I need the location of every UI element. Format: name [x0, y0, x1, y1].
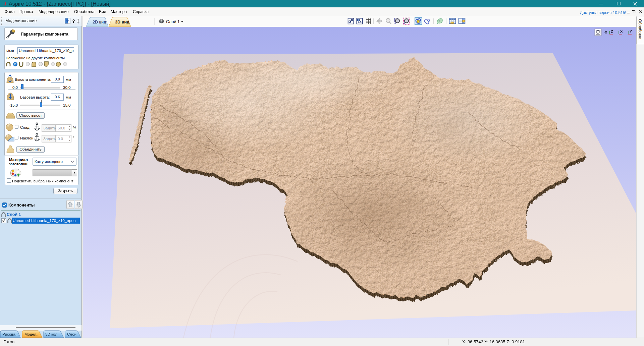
svg-text:Слой 1: Слой 1	[166, 19, 180, 24]
svg-text:Y: Y	[630, 30, 632, 34]
svg-text:?: ?	[72, 18, 75, 24]
svg-text:Слои: Слои	[67, 332, 76, 336]
svg-text:⇵: ⇵	[604, 30, 607, 34]
svg-text:Рисова...: Рисова...	[2, 332, 18, 336]
svg-text:2D вид: 2D вид	[93, 20, 106, 24]
svg-text:3D кол...: 3D кол...	[45, 332, 61, 336]
svg-text:X: X	[620, 30, 623, 34]
svg-text:3D вид: 3D вид	[115, 20, 129, 24]
svg-text:Модел...: Модел...	[24, 332, 40, 336]
svg-text:Z: Z	[611, 30, 613, 34]
